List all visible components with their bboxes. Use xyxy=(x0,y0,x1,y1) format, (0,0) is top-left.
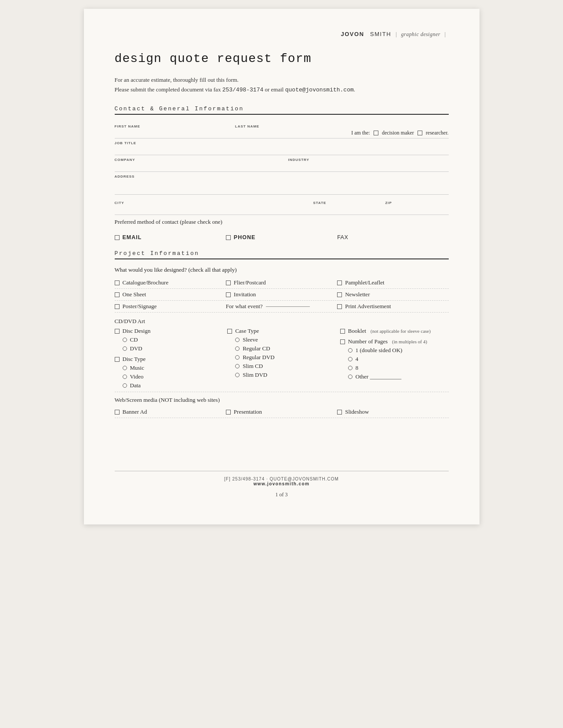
design-col-3-2: For what event? xyxy=(226,303,337,310)
cd-item: CD xyxy=(115,336,223,343)
decision-maker-label: decision maker xyxy=(382,130,414,136)
design-row-1: Catalogue/Brochure Flier/Postcard Pamphl… xyxy=(115,277,449,289)
decision-maker-checkbox[interactable] xyxy=(374,131,378,135)
cd-radio[interactable] xyxy=(123,338,127,342)
project-section-header: Project Information xyxy=(115,250,449,257)
disc-design-checkbox[interactable] xyxy=(115,329,120,334)
state-label: STATE xyxy=(313,201,377,205)
print-ad-checkbox[interactable] xyxy=(337,304,342,309)
disc-design-item: Disc Design xyxy=(115,328,223,335)
cd-grid: Disc Design CD DVD Disc Type Music Video xyxy=(115,325,449,392)
phone-checkbox[interactable] xyxy=(226,235,231,240)
cd-section-label: CD/DVD Art xyxy=(115,317,449,325)
address-row: ADDRESS xyxy=(115,172,449,195)
pages-1-radio[interactable] xyxy=(348,348,352,353)
fax-contact-label: FAX xyxy=(337,234,348,240)
onesheet-label: One Sheet xyxy=(123,291,146,298)
num-pages-note: (in multiples of 4) xyxy=(392,339,427,344)
regular-dvd-radio[interactable] xyxy=(235,355,240,360)
num-pages-item: Number of Pages (in multiples of 4) xyxy=(340,338,449,345)
state-group: STATE xyxy=(305,201,377,214)
pages-4-label: 4 xyxy=(356,356,359,363)
design-row-2: One Sheet Invitation Newsletter xyxy=(115,289,449,301)
for-what-event-input[interactable] xyxy=(266,306,310,307)
footer-url: www.jovonsmith.com xyxy=(115,481,449,486)
web-items-row: Banner Ad Presentation Slideshow xyxy=(115,406,449,418)
sleeve-radio[interactable] xyxy=(235,338,240,342)
video-label: Video xyxy=(130,373,144,380)
cd-col1: Disc Design CD DVD Disc Type Music Video xyxy=(115,328,228,389)
video-radio[interactable] xyxy=(123,375,127,379)
project-section: Project Information xyxy=(115,250,449,259)
i-am-the-label: I am the: xyxy=(351,130,370,136)
design-row-3: Poster/Signage For what event? Print Adv… xyxy=(115,301,449,313)
industry-group: INDUSTRY xyxy=(275,158,449,171)
email-checkbox[interactable] xyxy=(115,235,120,240)
banner-col: Banner Ad xyxy=(115,408,226,415)
presentation-checkbox[interactable] xyxy=(226,410,231,415)
slideshow-label: Slideshow xyxy=(345,408,369,415)
for-what-event-label: For what event? xyxy=(226,303,263,310)
cd-col2: Case Type Sleeve Regular CD Regular DVD … xyxy=(227,328,340,389)
cd-label: CD xyxy=(130,336,138,343)
dvd-item: DVD xyxy=(115,345,223,352)
phone-contact-col: PHONE xyxy=(226,234,337,240)
music-radio[interactable] xyxy=(123,366,127,370)
researcher-label: researcher. xyxy=(426,130,449,136)
pages-4-radio[interactable] xyxy=(348,357,352,361)
pages-other-radio[interactable] xyxy=(348,375,352,379)
last-name-group: LAST NAME xyxy=(222,124,342,137)
slim-cd-item: Slim CD xyxy=(227,363,336,370)
video-item: Video xyxy=(115,373,223,380)
slim-dvd-radio[interactable] xyxy=(235,373,240,377)
catalogue-checkbox[interactable] xyxy=(115,280,120,285)
slim-dvd-label: Slim DVD xyxy=(243,371,267,379)
intro-line1: For an accurate estimate, thoroughly fil… xyxy=(115,75,449,85)
num-pages-checkbox[interactable] xyxy=(340,339,345,344)
pages-1-label: 1 (double sided OK) xyxy=(356,347,403,354)
first-name-label: FIRST NAME xyxy=(115,124,222,128)
poster-label: Poster/Signage xyxy=(123,303,157,310)
booklet-note: (not applicable for sleeve case) xyxy=(370,328,431,334)
pages-other-label: Other ___________ xyxy=(356,373,401,380)
design-col-1-2: Flier/Postcard xyxy=(226,279,337,286)
invitation-checkbox[interactable] xyxy=(226,292,231,297)
flier-checkbox[interactable] xyxy=(226,280,231,285)
fax-contact-col: FAX xyxy=(337,234,448,240)
regular-dvd-item: Regular DVD xyxy=(227,354,336,361)
data-radio[interactable] xyxy=(123,383,127,388)
brand-bold: JOVON xyxy=(341,31,364,37)
slideshow-checkbox[interactable] xyxy=(337,410,342,415)
poster-checkbox[interactable] xyxy=(115,304,120,309)
regular-cd-radio[interactable] xyxy=(235,346,240,351)
pages-8-radio[interactable] xyxy=(348,366,352,370)
i-am-the-group: I am the: decision maker researcher. xyxy=(342,130,448,137)
state-value xyxy=(313,206,377,214)
newsletter-checkbox[interactable] xyxy=(337,292,342,297)
email-contact-col: EMAIL xyxy=(115,234,226,240)
dvd-radio[interactable] xyxy=(123,346,127,351)
disc-type-label: Disc Type xyxy=(123,356,146,363)
cd-section-text: CD/DVD Art xyxy=(115,318,145,324)
pages-other-item: Other ___________ xyxy=(340,373,449,380)
design-col-2-3: Newsletter xyxy=(337,291,448,298)
slim-cd-radio[interactable] xyxy=(235,364,240,368)
pamphlet-checkbox[interactable] xyxy=(337,280,342,285)
design-col-1-1: Catalogue/Brochure xyxy=(115,279,226,286)
last-name-value xyxy=(235,129,342,137)
booklet-checkbox[interactable] xyxy=(340,329,345,334)
researcher-checkbox[interactable] xyxy=(418,131,422,135)
contact-section-header: Contact & General Information xyxy=(115,106,449,112)
zip-group: ZIP xyxy=(377,201,449,214)
design-col-2-2: Invitation xyxy=(226,291,337,298)
design-col-3-1: Poster/Signage xyxy=(115,303,226,310)
sleeve-label: Sleeve xyxy=(243,336,258,343)
banner-checkbox[interactable] xyxy=(115,410,120,415)
design-col-3-3: Print Advertisement xyxy=(337,303,448,310)
pamphlet-label: Pamphlet/Leaflet xyxy=(345,279,385,286)
case-type-checkbox[interactable] xyxy=(227,329,232,334)
industry-value xyxy=(288,163,449,171)
onesheet-checkbox[interactable] xyxy=(115,292,120,297)
disc-type-checkbox[interactable] xyxy=(115,357,120,362)
print-ad-label: Print Advertisement xyxy=(345,303,391,310)
